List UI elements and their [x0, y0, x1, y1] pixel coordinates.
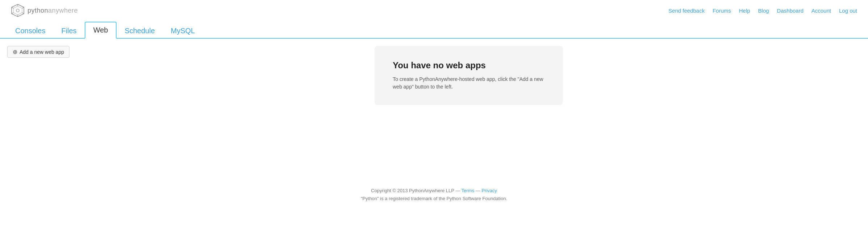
tab-schedule[interactable]: Schedule: [117, 23, 163, 39]
main-content: ⊕ Add a new web app You have no web apps…: [0, 39, 868, 176]
nav-help[interactable]: Help: [739, 8, 750, 14]
tab-web[interactable]: Web: [85, 22, 117, 39]
nav-forums[interactable]: Forums: [713, 8, 731, 14]
header: pythonanywhere Send feedback Forums Help…: [0, 0, 868, 21]
footer-trademark-text: "Python" is a registered trademark of th…: [361, 196, 507, 201]
tab-consoles[interactable]: Consoles: [7, 23, 53, 39]
footer-trademark-line: "Python" is a registered trademark of th…: [7, 195, 861, 203]
add-app-button[interactable]: ⊕ Add a new web app: [7, 46, 69, 58]
empty-state-description: To create a PythonAnywhere-hosted web ap…: [393, 76, 545, 91]
tab-bar: Consoles Files Web Schedule MySQL: [0, 21, 868, 39]
footer-separator: —: [474, 188, 481, 193]
footer: Copyright © 2013 PythonAnywhere LLP — Te…: [0, 176, 868, 210]
footer-terms-link[interactable]: Terms: [462, 188, 474, 193]
svg-marker-1: [13, 6, 22, 15]
footer-privacy-link[interactable]: Privacy: [481, 188, 497, 193]
top-nav: Send feedback Forums Help Blog Dashboard…: [669, 8, 857, 14]
footer-copyright-line: Copyright © 2013 PythonAnywhere LLP — Te…: [7, 187, 861, 195]
nav-blog[interactable]: Blog: [758, 8, 769, 14]
empty-state-heading: You have no web apps: [393, 60, 545, 70]
sidebar: ⊕ Add a new web app: [7, 46, 69, 169]
nav-logout[interactable]: Log out: [839, 8, 857, 14]
tab-files[interactable]: Files: [53, 23, 84, 39]
nav-send-feedback[interactable]: Send feedback: [669, 8, 705, 14]
footer-copyright-text: Copyright © 2013 PythonAnywhere LLP —: [371, 188, 462, 193]
empty-state-box: You have no web apps To create a PythonA…: [375, 46, 563, 105]
tab-mysql[interactable]: MySQL: [163, 23, 203, 39]
svg-point-2: [16, 9, 19, 12]
nav-dashboard[interactable]: Dashboard: [777, 8, 803, 14]
add-icon: ⊕: [13, 48, 17, 55]
content-area: You have no web apps To create a PythonA…: [77, 46, 861, 169]
logo-icon: [11, 4, 25, 17]
logo: pythonanywhere: [11, 4, 78, 17]
nav-account[interactable]: Account: [812, 8, 831, 14]
logo-text: pythonanywhere: [28, 7, 78, 14]
add-app-label: Add a new web app: [20, 49, 64, 55]
